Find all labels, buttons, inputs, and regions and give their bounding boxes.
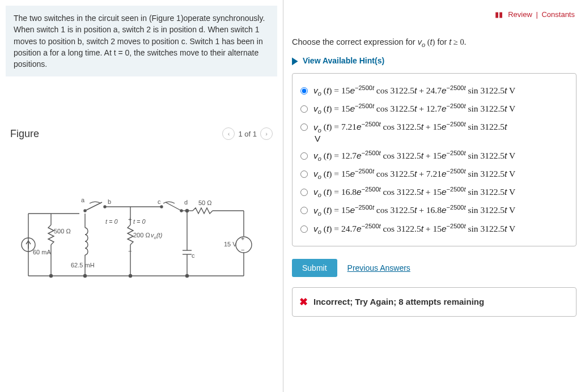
incorrect-x-icon: ✖ <box>299 296 308 308</box>
option-radio[interactable] <box>300 171 308 178</box>
svg-text:−: − <box>241 246 244 253</box>
answer-option[interactable]: vo (t) = 15e−2500t cos 3122.5t + 12.7e−2… <box>299 100 569 118</box>
option-equation: vo (t) = 15e−2500t cos 3122.5t + 16.8e−2… <box>313 204 515 216</box>
problem-text: The two switches in the circuit seen in … <box>14 14 265 69</box>
svg-point-30 <box>84 275 87 278</box>
action-row: Submit Previous Answers <box>292 259 576 277</box>
prompt-pre: Choose the correct expression for <box>292 37 418 46</box>
view-hints-toggle[interactable]: ▶ View Available Hint(s) <box>292 56 576 65</box>
svg-text:c: c <box>158 198 161 205</box>
option-equation: vo (t) = 24.7e−2500t cos 3122.5t + 15e−2… <box>313 223 515 235</box>
svg-line-18 <box>166 202 181 211</box>
option-equation: vo (t) = 16.8e−2500t cos 3122.5t + 15e−2… <box>313 186 515 198</box>
constants-link[interactable]: Constants <box>541 10 575 19</box>
triangle-right-icon: ▶ <box>292 54 298 66</box>
circuit-figure: ab cd 500 Ω 60 mA 62.5 mH t = 0 t = 0 +−… <box>6 197 277 289</box>
option-equation: vo (t) = 7.21e−2500t cos 3122.5t + 15e−2… <box>313 121 507 143</box>
option-radio[interactable] <box>300 87 308 95</box>
answer-options-box: vo (t) = 15e−2500t cos 3122.5t + 24.7e−2… <box>292 73 576 246</box>
figure-pager: ‹ 1 of 1 › <box>222 127 273 140</box>
figure-header: Figure ‹ 1 of 1 › <box>6 127 277 140</box>
answer-option[interactable]: vo (t) = 15e−2500t cos 3122.5t + 7.21e−2… <box>299 165 569 183</box>
svg-text:60 mA: 60 mA <box>33 249 51 255</box>
svg-text:t = 0: t = 0 <box>133 218 146 225</box>
svg-text:15 V: 15 V <box>224 241 237 248</box>
option-radio[interactable] <box>300 152 308 160</box>
option-equation: vo (t) = 15e−2500t cos 3122.5t + 12.7e−2… <box>313 103 515 115</box>
answer-option[interactable]: vo (t) = 12.7e−2500t cos 3122.5t + 15e−2… <box>299 147 569 165</box>
prompt-mid: for <box>437 37 449 46</box>
svg-text:t = 0: t = 0 <box>105 218 118 225</box>
pager-text: 1 of 1 <box>238 130 257 138</box>
svg-point-32 <box>186 275 189 278</box>
svg-text:d: d <box>184 199 188 206</box>
svg-text:62.5 mH: 62.5 mH <box>71 262 95 269</box>
pager-prev-button[interactable]: ‹ <box>222 127 235 140</box>
svg-text:a: a <box>81 197 85 203</box>
option-equation: vo (t) = 12.7e−2500t cos 3122.5t + 15e−2… <box>313 150 515 162</box>
answer-option[interactable]: vo (t) = 15e−2500t cos 3122.5t + 16.8e−2… <box>299 201 569 219</box>
figure-title: Figure <box>10 128 39 140</box>
previous-answers-link[interactable]: Previous Answers <box>347 263 410 272</box>
svg-point-31 <box>129 275 132 278</box>
problem-statement: The two switches in the circuit seen in … <box>6 6 277 76</box>
svg-text:c: c <box>192 252 195 259</box>
hints-label: View Available Hint(s) <box>303 56 384 65</box>
answer-option[interactable]: vo (t) = 15e−2500t cos 3122.5t + 24.7e−2… <box>299 82 569 100</box>
feedback-message: Incorrect; Try Again; 8 attempts remaini… <box>313 297 484 306</box>
flag-icon: ▮▮ <box>495 10 503 19</box>
svg-text:+: + <box>128 216 132 223</box>
option-radio[interactable] <box>300 207 308 214</box>
option-equation: vo (t) = 15e−2500t cos 3122.5t + 7.21e−2… <box>313 168 515 180</box>
svg-text:200 Ω: 200 Ω <box>133 232 150 238</box>
svg-text:+: + <box>241 235 244 242</box>
svg-text:vo(t): vo(t) <box>151 232 163 240</box>
svg-text:50 Ω: 50 Ω <box>198 199 212 206</box>
svg-text:−: − <box>128 248 132 254</box>
svg-line-12 <box>85 202 102 211</box>
feedback-box: ✖ Incorrect; Try Again; 8 attempts remai… <box>292 287 576 317</box>
review-link[interactable]: Review <box>508 10 532 19</box>
svg-text:500 Ω: 500 Ω <box>54 228 71 235</box>
option-radio[interactable] <box>300 189 308 196</box>
pager-next-button[interactable]: › <box>260 127 273 140</box>
svg-point-33 <box>186 210 189 212</box>
top-links: ▮▮ Review | Constants <box>495 10 575 19</box>
option-radio[interactable] <box>300 123 308 131</box>
option-radio[interactable] <box>300 105 308 113</box>
answer-option[interactable]: vo (t) = 24.7e−2500t cos 3122.5t + 15e−2… <box>299 220 569 238</box>
link-separator: | <box>536 10 537 19</box>
svg-point-29 <box>50 275 53 278</box>
answer-option[interactable]: vo (t) = 7.21e−2500t cos 3122.5t + 15e−2… <box>299 118 569 146</box>
option-radio[interactable] <box>300 225 308 233</box>
right-panel: ▮▮ Review | Constants Choose the correct… <box>283 0 585 392</box>
question-prompt: Choose the correct expression for vo (t)… <box>292 37 576 48</box>
submit-button[interactable]: Submit <box>292 259 337 277</box>
left-panel: The two switches in the circuit seen in … <box>0 0 283 392</box>
option-equation: vo (t) = 15e−2500t cos 3122.5t + 24.7e−2… <box>313 84 515 97</box>
svg-text:b: b <box>108 198 111 205</box>
answer-option[interactable]: vo (t) = 16.8e−2500t cos 3122.5t + 15e−2… <box>299 183 569 201</box>
